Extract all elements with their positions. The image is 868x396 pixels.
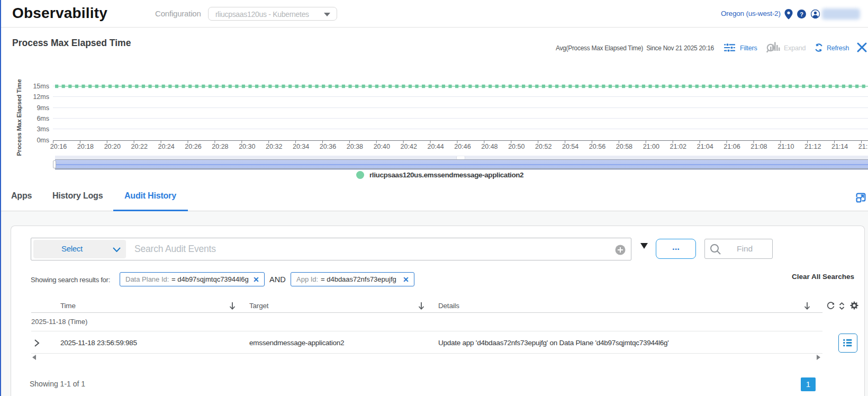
svg-text:15ms: 15ms	[33, 83, 49, 90]
svg-text:9ms: 9ms	[37, 104, 49, 112]
svg-text:6ms: 6ms	[37, 115, 49, 122]
svg-text:20:48: 20:48	[481, 143, 498, 150]
svg-text:21:10: 21:10	[777, 143, 794, 150]
svg-text:21:08: 21:08	[751, 143, 767, 150]
svg-text:20:50: 20:50	[508, 143, 525, 150]
svg-text:20:20: 20:20	[104, 143, 121, 150]
svg-text:20:34: 20:34	[293, 143, 309, 150]
svg-text:20:54: 20:54	[562, 143, 578, 150]
svg-text:0ms: 0ms	[37, 137, 49, 144]
svg-text:20:58: 20:58	[616, 143, 632, 150]
svg-text:20:22: 20:22	[131, 143, 148, 150]
svg-text:20:36: 20:36	[320, 143, 336, 150]
svg-text:20:32: 20:32	[266, 143, 282, 150]
svg-text:21:06: 21:06	[724, 143, 740, 150]
svg-text:20:26: 20:26	[185, 143, 201, 150]
svg-text:20:18: 20:18	[77, 143, 94, 150]
svg-text:21:00: 21:00	[643, 143, 659, 150]
svg-text:20:44: 20:44	[427, 143, 444, 150]
svg-text:20:56: 20:56	[589, 143, 605, 150]
svg-text:20:24: 20:24	[158, 143, 174, 150]
svg-text:20:42: 20:42	[401, 143, 417, 150]
svg-text:20:16: 20:16	[50, 143, 67, 150]
svg-text:21:02: 21:02	[670, 143, 686, 150]
svg-text:20:30: 20:30	[239, 143, 255, 150]
svg-text:20:52: 20:52	[535, 143, 551, 150]
svg-text:21:04: 21:04	[697, 143, 713, 150]
svg-text:12ms: 12ms	[33, 93, 49, 101]
svg-text:3ms: 3ms	[37, 125, 49, 133]
svg-text:20:28: 20:28	[212, 143, 228, 150]
svg-text:21:14: 21:14	[831, 143, 848, 150]
svg-text:21:12: 21:12	[804, 143, 821, 150]
svg-text:20:38: 20:38	[347, 143, 363, 150]
svg-text:20:46: 20:46	[454, 143, 471, 150]
svg-text:?: ?	[800, 11, 803, 17]
svg-text:20:40: 20:40	[374, 143, 390, 150]
svg-text:21:16: 21:16	[858, 143, 868, 150]
